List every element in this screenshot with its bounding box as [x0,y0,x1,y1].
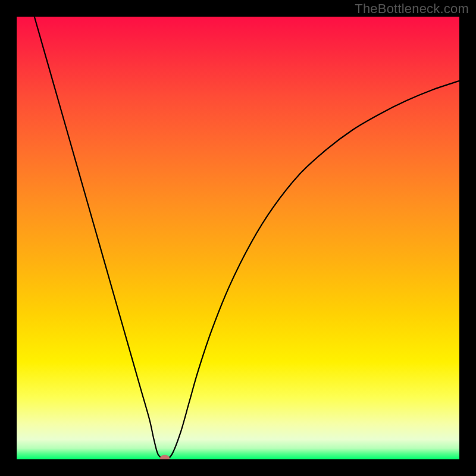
curve-line [17,17,459,459]
minimum-marker [160,455,170,459]
watermark-text: TheBottleneck.com [355,1,469,17]
chart-frame: TheBottleneck.com [0,0,476,476]
plot-area [17,17,459,459]
